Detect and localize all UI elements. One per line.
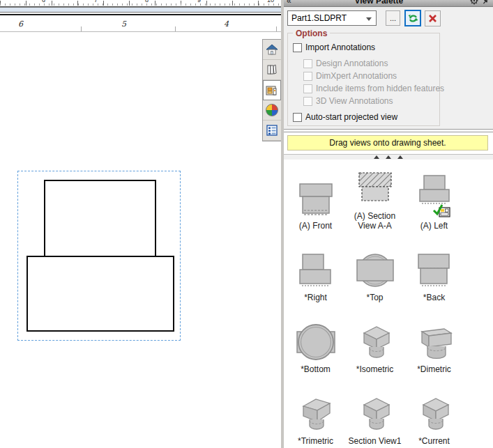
view-label: *Top [366,293,383,303]
splitter-arrow-icon [386,155,391,159]
ruler-label: 9 [197,0,201,3]
view-palette-icon [266,84,278,97]
view-palette-panel: « View Palette [281,0,493,448]
panel-title: View Palette [291,0,467,6]
sheet-zone-header: 6 5 4 [0,15,281,32]
view-thumbnail [295,391,337,434]
view-label: *Isometric [356,365,393,375]
checkbox-label: 3D View Annotations [316,96,393,106]
horizontal-ruler: 6 7 8 9 10 [0,0,281,7]
view-label: *Dimetric [417,365,451,375]
pin-icon[interactable] [482,0,490,5]
zone-divider-tick [81,26,82,31]
ruler-label: 6 [42,0,45,3]
checkbox-box [303,59,312,68]
view-thumbnail [293,319,339,362]
view-item-trimetric[interactable]: *Trimetric [286,378,345,448]
checkbox-box[interactable] [293,43,302,52]
view-item-back[interactable]: *Back [404,234,464,306]
refresh-icon [408,13,418,24]
view-label: *Trimetric [298,437,333,447]
view-thumbnail [354,319,396,362]
view-thumbnail [352,166,398,209]
zone-label: 4 [224,20,229,29]
zone-divider-tick [276,26,277,31]
view-thumbnail [414,391,455,434]
view-thumbnail [411,173,457,219]
options-groupbox: Options Import Annotations Design Annota… [287,33,440,126]
checkbox-dimxpert-annotations: DimXpert Annotations [303,70,444,82]
view-item-isometric[interactable]: *Isometric [345,306,404,378]
message-strip: Drag views onto drawing sheet. [284,132,493,155]
zone-label: 6 [18,20,23,29]
gear-icon[interactable] [470,0,478,5]
checkbox-label: Auto-start projected view [305,112,397,122]
ruler-label: 8 [145,0,149,3]
view-item-section-view1[interactable]: Section View1 [345,378,404,448]
checkbox-include-hidden-features: Include items from hidden features [303,82,444,95]
close-button[interactable] [425,10,441,26]
view-item-left[interactable]: (A) Left [404,162,464,234]
design-library-tab[interactable] [263,60,281,80]
view-item-dimetric[interactable]: *Dimetric [404,306,464,378]
checkbox-box [303,84,312,93]
options-groupbox-label: Options [293,29,330,38]
checkbox-3d-view-annotations: 3D View Annotations [303,95,444,107]
view-thumbnail [352,247,398,291]
ruler-label: 7 [94,0,98,3]
drawing-view-lower-rectangle[interactable] [26,256,174,332]
drawing-view-upper-rectangle[interactable] [44,180,156,257]
checkbox-import-annotations[interactable]: Import Annotations [293,41,444,54]
view-thumbnail [354,391,396,434]
viewport-top-band [0,7,281,13]
splitter-arrow-icon [374,155,379,159]
chevron-down-icon [366,17,372,21]
splitter-handle[interactable] [284,155,493,160]
browse-button-label: ... [390,14,396,22]
document-selector[interactable]: Part1.SLDPRT [287,10,377,26]
view-label: *Right [304,293,327,303]
zone-label: 5 [121,20,126,29]
collapse-chevron-icon[interactable]: « [287,0,291,6]
custom-properties-icon [266,124,278,137]
checkbox-box [303,97,312,106]
view-item-bottom[interactable]: *Bottom [286,306,345,378]
task-pane-tabstrip [262,39,282,141]
checkbox-label: Import Annotations [305,43,375,52]
zone-divider-tick [175,26,176,31]
panel-title-bar: « View Palette [284,0,493,7]
close-icon [428,14,437,23]
view-thumbnail-grid: (A) Front (A) Section View A-A [284,160,493,448]
view-label: *Back [423,293,445,303]
view-item-current[interactable]: *Current [404,378,464,448]
drag-hint-text: Drag views onto drawing sheet. [329,138,446,148]
document-selector-value: Part1.SLDPRT [291,13,347,23]
appearances-icon [266,104,278,116]
design-library-icon [266,63,278,76]
checkbox-box [303,72,312,81]
view-thumbnail [411,247,457,291]
checkbox-label: Include items from hidden features [316,84,444,93]
view-label: (A) Left [420,222,448,231]
checkbox-label: Design Annotations [316,59,388,68]
refresh-button[interactable] [404,10,421,26]
view-item-section-aa[interactable]: (A) Section View A-A [345,162,404,234]
view-label: *Bottom [301,365,331,375]
browse-button[interactable]: ... [386,10,400,26]
view-label: Section View1 [349,437,402,447]
checkbox-design-annotations: Design Annotations [303,57,444,70]
ruler-label: 10 [267,0,274,3]
file-controls-row: Part1.SLDPRT ... [287,10,491,26]
checkbox-label: DimXpert Annotations [316,71,397,81]
view-item-top[interactable]: *Top [345,234,404,306]
appearances-tab[interactable] [263,100,281,121]
view-palette-tab[interactable] [263,80,281,100]
view-item-right[interactable]: *Right [286,234,345,306]
view-label: *Current [418,437,450,447]
checkbox-box[interactable] [293,113,302,122]
custom-properties-tab[interactable] [263,121,281,141]
view-item-front[interactable]: (A) Front [286,162,345,234]
checkbox-auto-start-projected-view[interactable]: Auto-start projected view [293,111,444,123]
home-tab[interactable] [263,40,281,60]
view-thumbnail [293,247,339,291]
